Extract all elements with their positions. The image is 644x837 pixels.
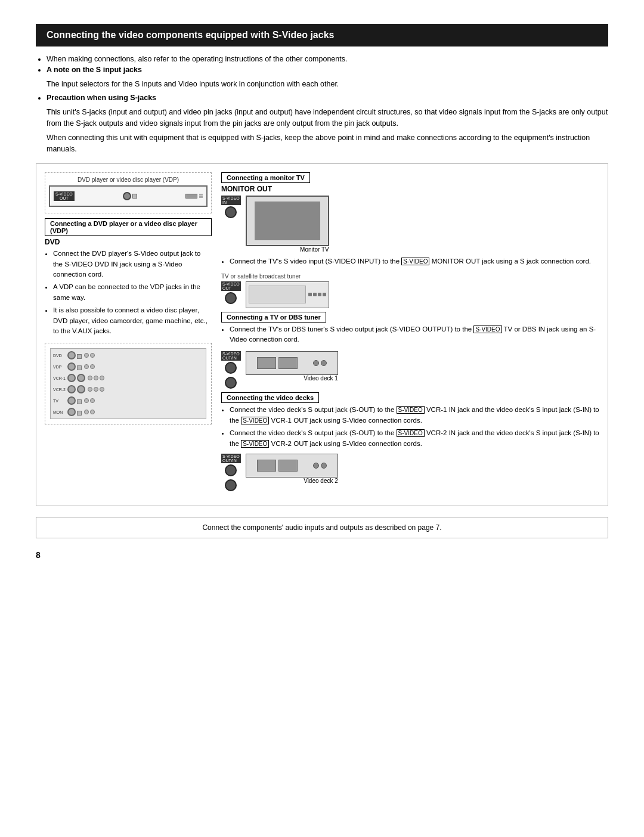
recv-conn-vcr1c — [88, 376, 92, 380]
page-title: Connecting the video components equipped… — [36, 24, 608, 46]
monitor-tv-illustration — [246, 196, 329, 246]
recv-conn-tv3 — [84, 398, 89, 403]
dvd-conn2 — [132, 194, 137, 199]
dvd-conn-section: Connecting a DVD player or a video disc … — [45, 218, 212, 337]
tuner-buttons — [308, 293, 326, 296]
recv-conn-mon1 — [67, 408, 76, 416]
svid-ref-monitor: S-VIDEO — [401, 258, 429, 265]
deck1-reel2 — [321, 360, 327, 366]
recv-conn-dvd2 — [77, 354, 82, 359]
recv-conn-vcr2d — [94, 387, 98, 392]
monitor-bullet-1: Connect the TV's S video input (S-VIDEO … — [230, 256, 599, 267]
recv-conn-vcr2a — [67, 385, 76, 393]
tuner-group — [246, 281, 329, 308]
dvd-player-label: DVD player or video disc player (VDP) — [49, 176, 208, 183]
tuner-btn-1 — [308, 293, 312, 296]
deck1-row: S-VIDEOOUT/IN — [221, 351, 599, 389]
deck1-illustration — [246, 351, 338, 375]
monitor-screen — [255, 202, 320, 240]
recv-conn-tv4 — [90, 398, 95, 403]
monitor-tv-label: Monitor TV — [300, 246, 329, 253]
dvd-bullet-2: A VDP can be connected to the VDP jacks … — [53, 282, 212, 303]
dvd-player-area: DVD player or video disc player (VDP) S-… — [45, 172, 212, 213]
tuner-bullets: Connect the TV's or DBS tuner's S video … — [221, 324, 599, 346]
monitor-row: S-VIDEOIN Monitor TV — [221, 196, 599, 253]
decks-conn-section: S-VIDEOOUT/IN — [221, 351, 599, 491]
recv-conn-vcr1b — [77, 374, 85, 382]
decks-conn-label: Connecting the video decks — [221, 392, 319, 403]
section2-text2: When connecting this unit with equipment… — [47, 132, 608, 155]
recv-row-3: VCR-1 — [53, 374, 203, 382]
svid-ref-vcr2-out: S-VIDEO — [241, 440, 269, 448]
recv-label-dvd: DVD — [53, 354, 66, 358]
deck1-label: Video deck 1 — [304, 375, 338, 382]
dvd-connectors — [123, 192, 137, 200]
intro-bullets: When making connections, also refer to t… — [36, 55, 608, 74]
section2-text1: This unit's S-jacks (input and output) a… — [47, 107, 608, 129]
tuner-row: S-VIDEOOUT — [221, 281, 599, 308]
svideo-deck2-label: S-VIDEOOUT/IN — [221, 454, 241, 463]
section2-bullets: Precaution when using S-jacks — [36, 94, 608, 102]
svideo-connector-tuner: S-VIDEOOUT — [221, 281, 241, 304]
deck2-reel2 — [321, 463, 327, 469]
svideo-in-label: S-VIDEOIN — [221, 196, 241, 205]
recv-label-tv: TV — [53, 399, 66, 403]
intro-note: When making connections, also refer to t… — [47, 55, 608, 63]
deck2-tape-slot — [257, 460, 276, 472]
svideo-connector-monitor: S-VIDEOIN — [221, 196, 241, 218]
tuner-display — [249, 286, 306, 303]
deck2-reel1 — [313, 463, 319, 469]
tuner-btn-3 — [318, 293, 321, 296]
recv-conn-vcr1d — [94, 376, 98, 380]
deck1-tape-slot — [257, 357, 276, 369]
recv-row-6: MON — [53, 408, 203, 416]
recv-row-4: VCR-2 — [53, 385, 203, 393]
dvd-sub-label: DVD — [45, 238, 212, 246]
svideo-deck2-conn1 — [225, 464, 237, 476]
monitor-conn-label: Connecting a monitor TV — [221, 172, 310, 183]
dvd-device: S-VIDEOOUT — [49, 185, 208, 207]
deck2-illustration — [246, 454, 338, 478]
recv-label-mon: MON — [53, 410, 66, 414]
dvd-bullets: Connect the DVD player's S-Video output … — [45, 249, 212, 337]
tuner-conn-section: TV or satellite broadcast tuner S-VIDEOO… — [221, 273, 599, 346]
recv-conn-tv1 — [67, 396, 76, 405]
svideo-out-tuner-label: S-VIDEOOUT — [221, 281, 241, 291]
dvd-buttons — [185, 194, 203, 199]
recv-conn-vcr2b — [77, 385, 85, 393]
decks-bullet-1: Connect the video deck's S output jack (… — [230, 405, 599, 426]
monitor-out-label: MONITOR OUT — [221, 185, 599, 193]
deck1-tape-area — [257, 357, 298, 369]
receiver-back-panel: DVD VDP VCR-1 — [50, 348, 206, 419]
svid-ref-vcr2-in: S-VIDEO — [397, 429, 425, 437]
dvd-slot — [185, 194, 197, 199]
recv-conn-vcr1e — [100, 376, 104, 380]
recv-conn-vdp4 — [90, 364, 95, 369]
bottom-note: Connect the components' audio inputs and… — [36, 517, 608, 538]
deck1-tape-slot2 — [278, 357, 298, 369]
deck2-reels — [313, 463, 327, 469]
svideo-out-label: S-VIDEOOUT — [54, 191, 75, 201]
monitor-conn-section: Connecting a monitor TV MONITOR OUT S-VI… — [221, 172, 599, 267]
recv-conn-dvd4 — [90, 353, 95, 358]
deck2-tape-area — [257, 460, 298, 472]
svideo-deck1-conn1 — [225, 362, 237, 374]
tuner-btn-2 — [313, 293, 317, 296]
section1-text: The input selectors for the S inputs and… — [47, 79, 608, 90]
deck2-label: Video deck 2 — [304, 478, 338, 484]
recv-conn-vdp1 — [67, 362, 76, 371]
deck2-row: S-VIDEOOUT/IN — [221, 454, 599, 491]
recv-label-vcr2: VCR-2 — [53, 388, 66, 392]
dvd-bullet-1: Connect the DVD player's S-Video output … — [53, 249, 212, 280]
recv-row-5: TV — [53, 396, 203, 405]
deck1-reel1 — [313, 360, 319, 366]
section1-heading: A note on the S input jacks — [47, 66, 608, 74]
recv-row-2: VDP — [53, 362, 203, 371]
svideo-deck2-conn2 — [225, 479, 237, 491]
recv-conn-vcr1a — [67, 374, 76, 382]
svideo-connector-deck2: S-VIDEOOUT/IN — [221, 454, 241, 491]
dvd-bullet-3: It is also possible to connect a video d… — [53, 305, 212, 337]
receiver-area: DVD VDP VCR-1 — [45, 343, 212, 424]
recv-conn-mon4 — [90, 410, 95, 414]
tuner-bullet-1: Connect the TV's or DBS tuner's S video … — [230, 324, 599, 346]
